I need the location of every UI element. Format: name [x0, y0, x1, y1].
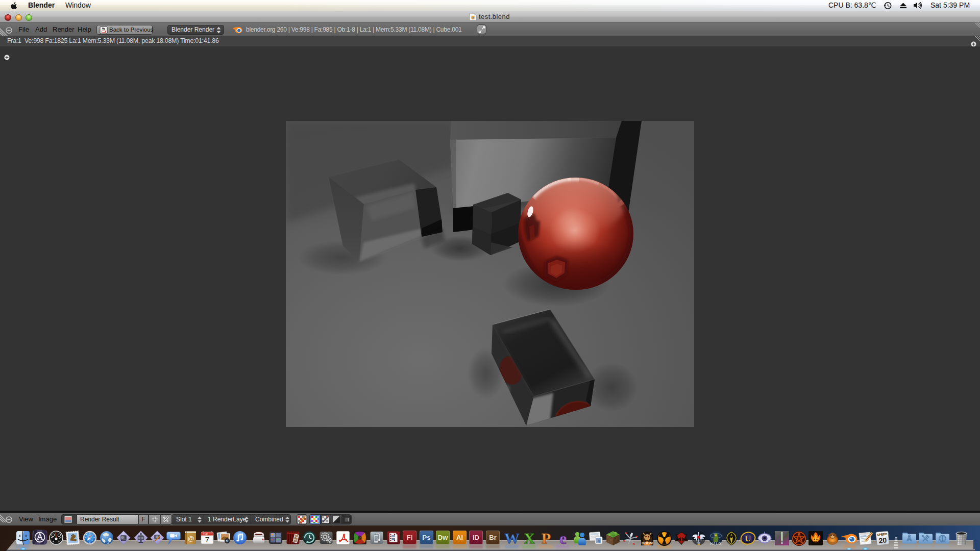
svg-text:@: @	[187, 535, 194, 542]
svg-text:a: a	[598, 538, 600, 543]
svg-text:20: 20	[878, 536, 887, 544]
svg-text:U: U	[745, 534, 751, 543]
svg-text:P: P	[542, 531, 551, 546]
svg-text:e: e	[559, 531, 567, 546]
svg-text:W: W	[504, 531, 520, 546]
svg-text:DOOM: DOOM	[642, 541, 653, 545]
svg-text:HALO: HALO	[710, 542, 722, 545]
svg-text:X: X	[524, 531, 535, 546]
svg-text:7: 7	[205, 535, 209, 544]
